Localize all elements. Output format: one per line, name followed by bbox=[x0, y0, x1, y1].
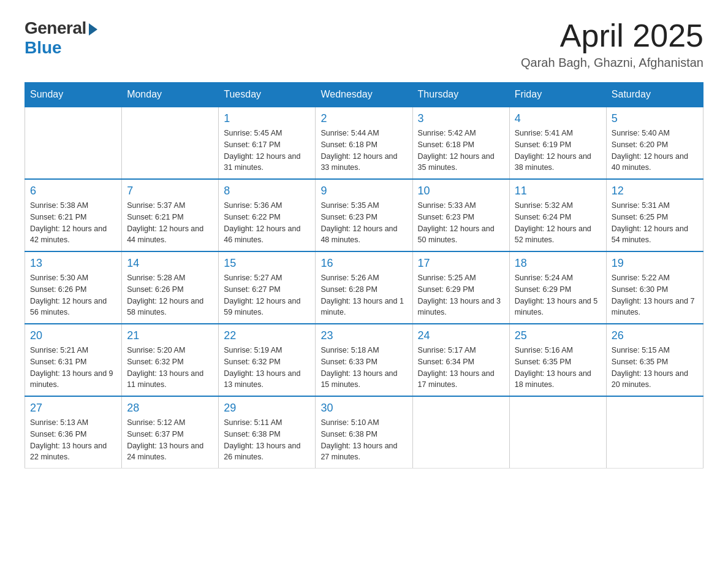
day-info: Sunrise: 5:20 AMSunset: 6:32 PMDaylight:… bbox=[127, 345, 213, 391]
day-info: Sunrise: 5:26 AMSunset: 6:28 PMDaylight:… bbox=[320, 272, 407, 318]
day-info: Sunrise: 5:18 AMSunset: 6:33 PMDaylight:… bbox=[320, 345, 407, 391]
calendar-day-cell bbox=[509, 396, 606, 469]
calendar-day-cell: 23Sunrise: 5:18 AMSunset: 6:33 PMDayligh… bbox=[316, 324, 412, 396]
day-info: Sunrise: 5:41 AMSunset: 6:19 PMDaylight:… bbox=[515, 128, 601, 174]
calendar-day-cell: 3Sunrise: 5:42 AMSunset: 6:18 PMDaylight… bbox=[412, 107, 509, 179]
calendar-day-cell: 30Sunrise: 5:10 AMSunset: 6:38 PMDayligh… bbox=[316, 396, 412, 469]
calendar-day-cell: 25Sunrise: 5:16 AMSunset: 6:35 PMDayligh… bbox=[509, 324, 606, 396]
logo-general-text: General bbox=[25, 18, 86, 38]
day-number: 12 bbox=[612, 185, 698, 197]
calendar-day-cell: 11Sunrise: 5:32 AMSunset: 6:24 PMDayligh… bbox=[509, 179, 606, 251]
calendar-day-header: Monday bbox=[122, 83, 219, 107]
day-number: 28 bbox=[127, 402, 213, 415]
month-title: April 2025 bbox=[521, 18, 703, 53]
day-number: 23 bbox=[320, 329, 407, 342]
day-info: Sunrise: 5:44 AMSunset: 6:18 PMDaylight:… bbox=[320, 128, 407, 174]
calendar-day-cell bbox=[122, 107, 219, 179]
day-number: 13 bbox=[30, 257, 116, 270]
day-info: Sunrise: 5:16 AMSunset: 6:35 PMDaylight:… bbox=[515, 345, 601, 391]
calendar-day-cell: 19Sunrise: 5:22 AMSunset: 6:30 PMDayligh… bbox=[606, 251, 703, 324]
day-number: 14 bbox=[127, 257, 213, 270]
calendar-day-cell: 24Sunrise: 5:17 AMSunset: 6:34 PMDayligh… bbox=[412, 324, 509, 396]
day-info: Sunrise: 5:25 AMSunset: 6:29 PMDaylight:… bbox=[418, 272, 504, 318]
day-number: 21 bbox=[127, 329, 213, 342]
day-number: 29 bbox=[224, 402, 310, 415]
calendar-day-cell: 22Sunrise: 5:19 AMSunset: 6:32 PMDayligh… bbox=[219, 324, 316, 396]
day-info: Sunrise: 5:32 AMSunset: 6:24 PMDaylight:… bbox=[515, 200, 601, 246]
day-number: 26 bbox=[612, 329, 698, 342]
day-number: 3 bbox=[418, 112, 504, 125]
day-number: 9 bbox=[320, 185, 407, 197]
day-number: 16 bbox=[320, 257, 407, 270]
day-number: 17 bbox=[418, 257, 504, 270]
calendar-day-cell: 7Sunrise: 5:37 AMSunset: 6:21 PMDaylight… bbox=[122, 179, 219, 251]
day-number: 5 bbox=[612, 112, 698, 125]
calendar-day-cell: 16Sunrise: 5:26 AMSunset: 6:28 PMDayligh… bbox=[316, 251, 412, 324]
calendar-day-cell: 29Sunrise: 5:11 AMSunset: 6:38 PMDayligh… bbox=[219, 396, 316, 469]
calendar-day-cell: 5Sunrise: 5:40 AMSunset: 6:20 PMDaylight… bbox=[606, 107, 703, 179]
calendar-day-header: Sunday bbox=[25, 83, 122, 107]
calendar-week-row: 6Sunrise: 5:38 AMSunset: 6:21 PMDaylight… bbox=[25, 179, 703, 251]
location-label: Qarah Bagh, Ghazni, Afghanistan bbox=[521, 56, 703, 70]
day-info: Sunrise: 5:37 AMSunset: 6:21 PMDaylight:… bbox=[127, 200, 213, 246]
calendar-week-row: 1Sunrise: 5:45 AMSunset: 6:17 PMDaylight… bbox=[25, 107, 703, 179]
day-info: Sunrise: 5:38 AMSunset: 6:21 PMDaylight:… bbox=[30, 200, 116, 246]
day-info: Sunrise: 5:35 AMSunset: 6:23 PMDaylight:… bbox=[320, 200, 407, 246]
calendar-table: SundayMondayTuesdayWednesdayThursdayFrid… bbox=[25, 82, 703, 469]
day-info: Sunrise: 5:45 AMSunset: 6:17 PMDaylight:… bbox=[224, 128, 310, 174]
calendar-day-cell: 20Sunrise: 5:21 AMSunset: 6:31 PMDayligh… bbox=[25, 324, 122, 396]
calendar-day-cell: 9Sunrise: 5:35 AMSunset: 6:23 PMDaylight… bbox=[316, 179, 412, 251]
calendar-day-header: Friday bbox=[509, 83, 606, 107]
day-info: Sunrise: 5:30 AMSunset: 6:26 PMDaylight:… bbox=[30, 272, 116, 318]
calendar-day-cell: 14Sunrise: 5:28 AMSunset: 6:26 PMDayligh… bbox=[122, 251, 219, 324]
day-number: 7 bbox=[127, 185, 213, 197]
calendar-day-header: Thursday bbox=[412, 83, 509, 107]
day-info: Sunrise: 5:27 AMSunset: 6:27 PMDaylight:… bbox=[224, 272, 310, 318]
day-info: Sunrise: 5:28 AMSunset: 6:26 PMDaylight:… bbox=[127, 272, 213, 318]
day-number: 11 bbox=[515, 185, 601, 197]
calendar-day-cell: 21Sunrise: 5:20 AMSunset: 6:32 PMDayligh… bbox=[122, 324, 219, 396]
day-number: 1 bbox=[224, 112, 310, 125]
day-info: Sunrise: 5:31 AMSunset: 6:25 PMDaylight:… bbox=[612, 200, 698, 246]
calendar-day-header: Tuesday bbox=[219, 83, 316, 107]
day-info: Sunrise: 5:10 AMSunset: 6:38 PMDaylight:… bbox=[320, 417, 407, 463]
calendar-day-cell: 10Sunrise: 5:33 AMSunset: 6:23 PMDayligh… bbox=[412, 179, 509, 251]
calendar-day-cell: 18Sunrise: 5:24 AMSunset: 6:29 PMDayligh… bbox=[509, 251, 606, 324]
day-number: 2 bbox=[320, 112, 407, 125]
day-info: Sunrise: 5:11 AMSunset: 6:38 PMDaylight:… bbox=[224, 417, 310, 463]
day-info: Sunrise: 5:42 AMSunset: 6:18 PMDaylight:… bbox=[418, 128, 504, 174]
day-number: 15 bbox=[224, 257, 310, 270]
title-section: April 2025 Qarah Bagh, Ghazni, Afghanist… bbox=[521, 18, 703, 70]
logo: General Blue bbox=[25, 18, 97, 58]
day-info: Sunrise: 5:19 AMSunset: 6:32 PMDaylight:… bbox=[224, 345, 310, 391]
day-info: Sunrise: 5:12 AMSunset: 6:37 PMDaylight:… bbox=[127, 417, 213, 463]
calendar-week-row: 13Sunrise: 5:30 AMSunset: 6:26 PMDayligh… bbox=[25, 251, 703, 324]
calendar-day-cell: 28Sunrise: 5:12 AMSunset: 6:37 PMDayligh… bbox=[122, 396, 219, 469]
day-number: 19 bbox=[612, 257, 698, 270]
day-info: Sunrise: 5:40 AMSunset: 6:20 PMDaylight:… bbox=[612, 128, 698, 174]
calendar-day-cell: 6Sunrise: 5:38 AMSunset: 6:21 PMDaylight… bbox=[25, 179, 122, 251]
day-info: Sunrise: 5:17 AMSunset: 6:34 PMDaylight:… bbox=[418, 345, 504, 391]
day-number: 18 bbox=[515, 257, 601, 270]
day-number: 8 bbox=[224, 185, 310, 197]
day-number: 30 bbox=[320, 402, 407, 415]
calendar-day-cell bbox=[606, 396, 703, 469]
day-info: Sunrise: 5:33 AMSunset: 6:23 PMDaylight:… bbox=[418, 200, 504, 246]
calendar-day-header: Wednesday bbox=[316, 83, 412, 107]
calendar-header-row: SundayMondayTuesdayWednesdayThursdayFrid… bbox=[25, 83, 703, 107]
calendar-day-cell: 2Sunrise: 5:44 AMSunset: 6:18 PMDaylight… bbox=[316, 107, 412, 179]
day-info: Sunrise: 5:22 AMSunset: 6:30 PMDaylight:… bbox=[612, 272, 698, 318]
calendar-day-cell: 1Sunrise: 5:45 AMSunset: 6:17 PMDaylight… bbox=[219, 107, 316, 179]
day-info: Sunrise: 5:13 AMSunset: 6:36 PMDaylight:… bbox=[30, 417, 116, 463]
calendar-day-cell bbox=[412, 396, 509, 469]
calendar-day-cell: 15Sunrise: 5:27 AMSunset: 6:27 PMDayligh… bbox=[219, 251, 316, 324]
day-number: 10 bbox=[418, 185, 504, 197]
day-info: Sunrise: 5:15 AMSunset: 6:35 PMDaylight:… bbox=[612, 345, 698, 391]
day-info: Sunrise: 5:21 AMSunset: 6:31 PMDaylight:… bbox=[30, 345, 116, 391]
day-number: 22 bbox=[224, 329, 310, 342]
calendar-day-cell bbox=[25, 107, 122, 179]
day-number: 25 bbox=[515, 329, 601, 342]
calendar-day-cell: 4Sunrise: 5:41 AMSunset: 6:19 PMDaylight… bbox=[509, 107, 606, 179]
calendar-week-row: 20Sunrise: 5:21 AMSunset: 6:31 PMDayligh… bbox=[25, 324, 703, 396]
day-info: Sunrise: 5:36 AMSunset: 6:22 PMDaylight:… bbox=[224, 200, 310, 246]
